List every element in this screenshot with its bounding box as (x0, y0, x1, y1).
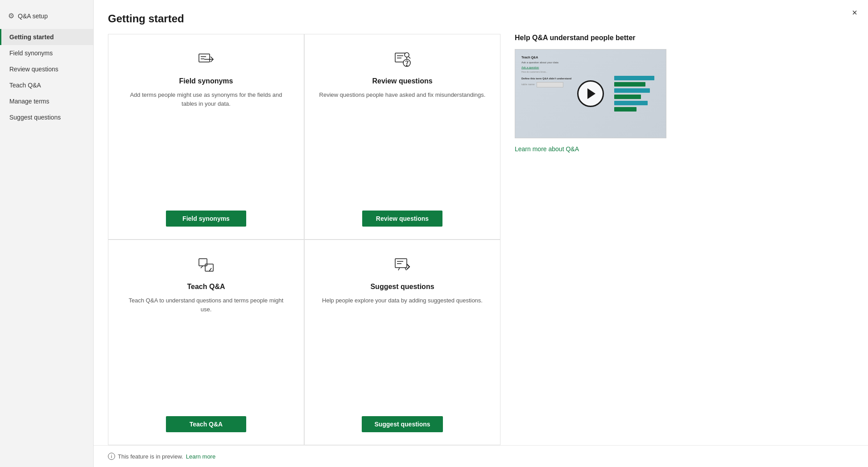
sidebar-title: Q&A setup (18, 12, 48, 20)
close-button[interactable]: × (852, 8, 857, 17)
review-questions-icon (392, 49, 413, 70)
teach-qa-icon (195, 254, 217, 276)
card-btn-teach-qa[interactable]: Teach Q&A (166, 416, 246, 432)
card-teach-qa: Teach Q&ATeach Q&A to understand questio… (108, 240, 304, 445)
play-button-icon[interactable] (577, 80, 604, 107)
content-area: Field synonymsAdd terms people might use… (94, 34, 868, 445)
card-title-review-questions: Review questions (372, 77, 432, 85)
sidebar-nav: Getting startedField synonymsReview ques… (0, 29, 93, 125)
sidebar-item-getting-started[interactable]: Getting started (0, 29, 93, 45)
svg-line-17 (405, 268, 406, 270)
svg-line-14 (209, 268, 211, 271)
card-desc-review-questions: Review questions people have asked and f… (319, 91, 486, 202)
sidebar-item-review-questions[interactable]: Review questions (0, 61, 93, 77)
main-content: × Getting started Field synonymsAdd term… (94, 0, 868, 467)
sidebar-header: ⚙ Q&A setup (0, 7, 93, 29)
card-review-questions: Review questionsReview questions people … (304, 34, 500, 240)
chart-bars (614, 58, 659, 129)
card-desc-suggest-questions: Help people explore your data by adding … (322, 296, 483, 407)
svg-point-6 (406, 65, 407, 66)
svg-rect-15 (395, 259, 407, 268)
right-panel: Help Q&A understand people better Teach … (500, 34, 661, 445)
card-suggest-questions: Suggest questionsHelp people explore you… (304, 240, 500, 445)
sidebar-item-teach-qa[interactable]: Teach Q&A (0, 77, 93, 93)
card-field-synonyms: Field synonymsAdd terms people might use… (108, 34, 304, 240)
card-desc-teach-qa: Teach Q&A to understand questions and te… (123, 296, 289, 407)
svg-line-10 (409, 57, 410, 58)
svg-rect-13 (205, 264, 213, 271)
sidebar-item-suggest-questions[interactable]: Suggest questions (0, 109, 93, 125)
card-title-field-synonyms: Field synonyms (179, 77, 233, 85)
cards-grid: Field synonymsAdd terms people might use… (108, 34, 500, 445)
help-title: Help Q&A understand people better (515, 34, 661, 42)
field-synonyms-icon (195, 49, 217, 70)
info-icon: i (108, 453, 115, 460)
sidebar: ⚙ Q&A setup Getting startedField synonym… (0, 0, 94, 467)
suggest-questions-icon (392, 254, 413, 276)
card-desc-field-synonyms: Add terms people might use as synonyms f… (123, 91, 289, 202)
video-thumbnail[interactable]: Teach Q&A Ask a question about your data… (515, 49, 666, 138)
page-title: Getting started (94, 0, 868, 34)
sidebar-item-manage-terms[interactable]: Manage terms (0, 93, 93, 109)
gear-icon: ⚙ (8, 12, 14, 20)
svg-point-9 (405, 53, 409, 57)
svg-line-16 (398, 268, 400, 270)
svg-rect-0 (199, 54, 210, 62)
card-btn-field-synonyms[interactable]: Field synonyms (166, 211, 246, 227)
learn-more-link[interactable]: Learn more about Q&A (515, 145, 661, 153)
sidebar-item-field-synonyms[interactable]: Field synonyms (0, 45, 93, 61)
card-btn-suggest-questions[interactable]: Suggest questions (362, 416, 442, 432)
footer-text: This feature is in preview. (118, 453, 183, 460)
footer: i This feature is in preview. Learn more (94, 445, 868, 467)
card-title-teach-qa: Teach Q&A (187, 283, 225, 291)
svg-rect-11 (199, 259, 207, 266)
card-btn-review-questions[interactable]: Review questions (362, 211, 442, 227)
footer-learn-more-link[interactable]: Learn more (186, 453, 215, 460)
play-triangle (587, 88, 595, 99)
card-title-suggest-questions: Suggest questions (370, 283, 434, 291)
